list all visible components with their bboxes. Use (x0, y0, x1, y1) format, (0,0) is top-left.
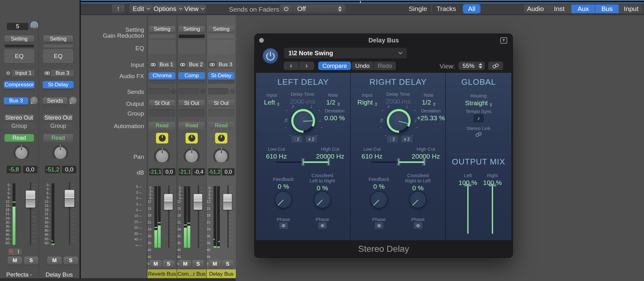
pan-knob[interactable] (184, 148, 200, 164)
track-name[interactable]: Reverb Bus (147, 269, 177, 279)
mute-button[interactable]: M (47, 257, 62, 265)
send-level-knob[interactable] (30, 97, 38, 104)
filter-input[interactable]: Input (619, 4, 643, 13)
volume-fader[interactable] (223, 194, 232, 210)
setting-button[interactable]: Setting (179, 26, 205, 32)
eq-display[interactable] (149, 40, 175, 53)
output-left-slider-handle[interactable] (464, 183, 472, 187)
peak-db-display[interactable]: 0,0 (62, 166, 76, 173)
solo-button[interactable]: S (222, 260, 234, 268)
setting-button[interactable]: Setting (4, 35, 34, 42)
track-name[interactable]: Delay Bus (39, 271, 79, 278)
volume-db-display[interactable]: -51,2 (208, 168, 221, 176)
right-cut-range-slider[interactable] (371, 158, 425, 166)
input-slot[interactable]: Input 1 (4, 70, 35, 77)
solo-button[interactable]: S (64, 257, 78, 265)
output-right-slider-track[interactable] (492, 186, 493, 234)
automation-mode-button[interactable]: Read (179, 122, 205, 129)
up-arrow-button[interactable]: ↑ (111, 4, 125, 14)
solo-button[interactable]: S (24, 257, 38, 265)
peak-db-display[interactable]: -0,4 (192, 168, 205, 176)
output-right-slider-handle[interactable] (488, 183, 497, 187)
track-name[interactable]: Delay Bus (207, 269, 236, 279)
group-slot[interactable] (149, 109, 175, 117)
volume-fader[interactable] (194, 194, 202, 210)
audio-fx-slot[interactable]: St-Delay (43, 81, 74, 88)
filter-audio[interactable]: Audio (524, 4, 547, 13)
output-slot[interactable]: St Out (208, 100, 234, 106)
right-multiply-2-button[interactable]: x 2 (401, 136, 413, 143)
peak-db-display[interactable]: 0,0 (23, 166, 37, 173)
filter-bus[interactable]: Bus (595, 4, 619, 13)
pan-knob[interactable] (213, 148, 229, 164)
output-slot[interactable]: St Out (149, 100, 175, 106)
left-divide-2-button[interactable]: : 2 (291, 136, 302, 143)
mute-button[interactable]: M (8, 257, 22, 265)
automation-mode-button[interactable]: Read (149, 122, 175, 129)
peak-db-display[interactable]: 0,0 (222, 168, 235, 176)
open-in-main-window-icon[interactable] (500, 37, 508, 44)
view-mode-single[interactable]: Single (408, 4, 428, 14)
sends-on-fader-indicator[interactable] (186, 133, 198, 143)
send-level-knob[interactable] (69, 97, 77, 104)
output-slot[interactable]: Stereo Out (43, 115, 73, 121)
right-note-selector[interactable]: Note 1/2 (415, 92, 442, 106)
volume-db-display[interactable]: -51,2 (45, 166, 60, 173)
group-slot[interactable] (208, 109, 234, 117)
empty-fx-slot[interactable] (43, 89, 74, 93)
mute-button[interactable]: M (150, 260, 162, 268)
input-slot[interactable]: Bus 2 (178, 61, 205, 68)
next-preset-button[interactable]: › (299, 62, 314, 70)
tempo-sync-button[interactable]: ♪ (474, 114, 484, 122)
automation-mode-button[interactable]: Read (4, 134, 34, 142)
right-feedback-phase-button[interactable]: Φ (375, 222, 383, 229)
output-slot[interactable]: St Out (179, 100, 205, 106)
empty-fx-slot[interactable] (208, 80, 235, 84)
peak-db-display[interactable]: 0,0 (163, 168, 175, 176)
automation-mode-button[interactable]: Read (43, 134, 73, 142)
link-button[interactable] (488, 62, 503, 70)
eq-display[interactable]: EQ (4, 49, 34, 63)
left-note-selector[interactable]: Note 1/2 (320, 92, 346, 106)
pan-knob[interactable] (53, 145, 68, 161)
empty-send-slot[interactable] (43, 105, 67, 108)
empty-fx-slot[interactable] (178, 80, 205, 84)
output-left-slider-track[interactable] (467, 186, 469, 234)
mute-button[interactable]: M (209, 260, 221, 268)
left-crossfeed[interactable]: Crossfeed Left to Right 0 % (308, 173, 337, 192)
prev-preset-button[interactable]: ‹ (284, 62, 299, 70)
volume-fader[interactable] (26, 191, 35, 208)
sends-on-fader-indicator[interactable] (215, 133, 227, 143)
volume-db-display[interactable]: -21,1 (179, 168, 191, 176)
eq-display[interactable]: EQ (43, 49, 73, 63)
input-slot[interactable]: Bus 1 (149, 61, 175, 68)
right-feedback[interactable]: Feedback 0 % (366, 176, 392, 190)
right-crossfeed-phase-button[interactable]: Φ (414, 222, 422, 229)
send-slot[interactable]: Bus 3 (4, 97, 28, 104)
setting-button[interactable]: Setting (43, 35, 73, 42)
right-deviation[interactable]: Deviation +25.33 % (415, 108, 447, 122)
left-deviation[interactable]: Deviation 0.00 % (319, 108, 350, 122)
setting-button[interactable]: Setting (149, 26, 175, 32)
group-slot[interactable] (179, 109, 205, 117)
empty-send-slot[interactable] (149, 88, 169, 95)
volume-db-display[interactable]: -21,1 (149, 168, 162, 176)
right-divide-2-button[interactable]: : 2 (387, 136, 398, 143)
send-level-knob[interactable] (200, 89, 206, 94)
automation-mode-button[interactable]: Read (208, 122, 234, 129)
right-crossfeed-knob[interactable] (409, 191, 427, 208)
eq-display[interactable] (179, 40, 205, 53)
left-crossfeed-knob[interactable] (314, 191, 331, 208)
send-level-knob[interactable] (170, 89, 176, 94)
track-number-box[interactable]: 5 (7, 23, 28, 30)
audio-fx-slot[interactable]: Comp (178, 72, 205, 79)
menu-options[interactable]: Options (153, 4, 182, 13)
sends-slot[interactable]: Sends (43, 97, 67, 104)
view-zoom-control[interactable]: 55% (458, 62, 485, 70)
left-feedback[interactable]: Feedback 0 % (270, 176, 297, 190)
group-slot[interactable]: Group (4, 122, 34, 130)
audio-fx-slot[interactable]: Chroma (149, 72, 175, 79)
empty-fx-slot[interactable] (149, 80, 175, 84)
group-slot[interactable]: Group (43, 122, 73, 130)
input-slot[interactable]: Bus 3 (208, 61, 235, 68)
